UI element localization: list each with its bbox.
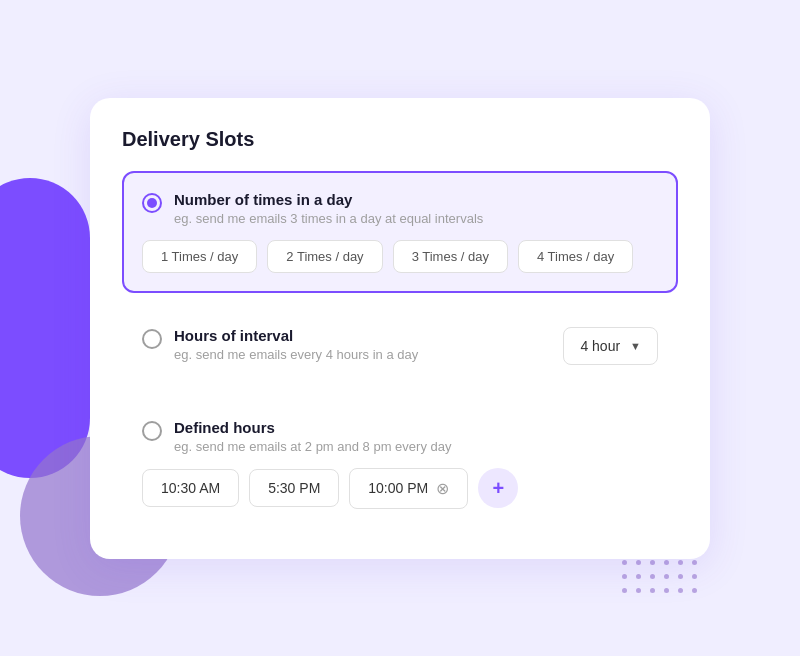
section-title-hours-interval: Hours of interval (174, 327, 418, 344)
radio-times-in-day[interactable] (142, 193, 162, 213)
radio-hours-interval[interactable] (142, 329, 162, 349)
pill-1-times-day[interactable]: 1 Times / day (142, 240, 257, 273)
section-desc-times-in-day: eg. send me emails 3 times in a day at e… (174, 211, 658, 226)
section-desc-defined-hours: eg. send me emails at 2 pm and 8 pm ever… (174, 439, 658, 454)
time-value-1: 5:30 PM (268, 480, 320, 496)
time-value-0: 10:30 AM (161, 480, 220, 496)
blob-left-decoration (0, 178, 90, 478)
plus-icon: + (492, 477, 504, 500)
chevron-down-icon: ▼ (630, 340, 641, 352)
time-pill-2[interactable]: 10:00 PM ⊗ (349, 468, 468, 509)
section-defined-hours: Defined hours eg. send me emails at 2 pm… (122, 399, 678, 529)
card-title: Delivery Slots (122, 128, 678, 151)
delivery-slots-card: Delivery Slots Number of times in a day … (90, 98, 710, 559)
section-title-times-in-day: Number of times in a day (174, 191, 658, 208)
pill-2-times-day[interactable]: 2 Times / day (267, 240, 382, 273)
hours-dropdown[interactable]: 4 hour ▼ (563, 327, 658, 365)
pill-3-times-day[interactable]: 3 Times / day (393, 240, 508, 273)
defined-times-row: 10:30 AM 5:30 PM 10:00 PM ⊗ + (142, 468, 658, 509)
section-hours-interval: Hours of interval eg. send me emails eve… (122, 307, 678, 385)
close-icon[interactable]: ⊗ (436, 479, 449, 498)
add-time-button[interactable]: + (478, 468, 518, 508)
section-desc-hours-interval: eg. send me emails every 4 hours in a da… (174, 347, 418, 362)
section-times-in-day: Number of times in a day eg. send me ema… (122, 171, 678, 293)
times-per-day-pills: 1 Times / day 2 Times / day 3 Times / da… (142, 240, 658, 273)
section-title-defined-hours: Defined hours (174, 419, 658, 436)
hours-dropdown-value: 4 hour (580, 338, 620, 354)
time-value-2: 10:00 PM (368, 480, 428, 496)
pill-4-times-day[interactable]: 4 Times / day (518, 240, 633, 273)
radio-defined-hours[interactable] (142, 421, 162, 441)
time-pill-0[interactable]: 10:30 AM (142, 469, 239, 507)
time-pill-1[interactable]: 5:30 PM (249, 469, 339, 507)
